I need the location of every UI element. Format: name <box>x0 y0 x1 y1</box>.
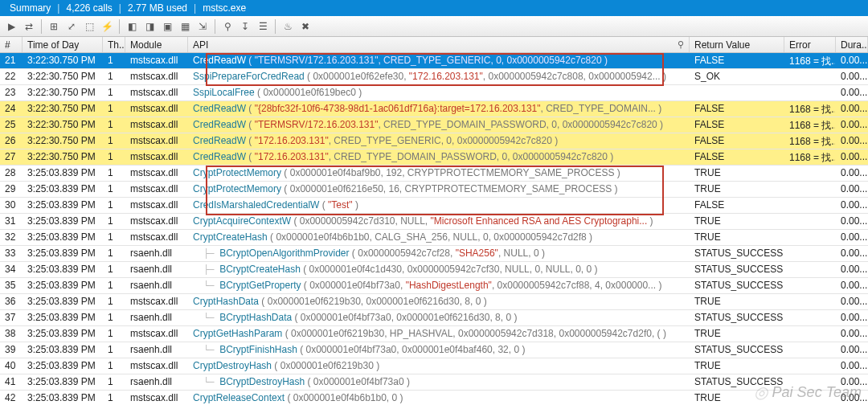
cell-time: 3:25:03.839 PM <box>23 182 103 197</box>
table-row[interactable]: 223:22:30.750 PM1mstscax.dllSspiPrepareF… <box>0 69 868 85</box>
cell-module: mstscax.dll <box>125 214 188 229</box>
table-row[interactable]: 413:25:03.839 PM1rsaenh.dll └─ BCryptDes… <box>0 374 868 391</box>
summary-label[interactable]: Summary <box>6 2 54 14</box>
table-row[interactable]: 383:25:03.839 PM1mstscax.dllCryptGetHash… <box>0 326 868 342</box>
table-row[interactable]: 403:25:03.839 PM1mstscax.dllCryptDestroy… <box>0 358 868 374</box>
cell-api: CryptProtectMemory ( 0x000001e0f4baf9b0,… <box>188 166 690 181</box>
table-row[interactable]: 293:25:03.839 PM1mstscax.dllCryptProtect… <box>0 182 868 198</box>
api-arg: 0x000001e0f4bf73a0 <box>301 312 391 323</box>
cell-return: STATUS_SUCCESS <box>690 374 784 390</box>
api-arg: "172.16.203.131" <box>409 71 483 82</box>
table-row[interactable]: 233:22:30.750 PM1mstscax.dllSspiLocalFre… <box>0 85 868 101</box>
cell-time: 3:25:03.839 PM <box>23 214 103 229</box>
toolbar-button[interactable]: ▣ <box>159 18 175 35</box>
cell-index: 36 <box>0 294 23 309</box>
cell-index: 42 <box>0 391 23 405</box>
col-module[interactable]: Module <box>125 37 188 52</box>
cell-error <box>784 310 836 325</box>
table-row[interactable]: 393:25:03.839 PM1rsaenh.dll └─ BCryptFin… <box>0 342 868 358</box>
table-row[interactable]: 333:25:03.839 PM1rsaenh.dll ├─ BCryptOpe… <box>0 246 868 262</box>
table-row[interactable]: 363:25:03.839 PM1mstscax.dllCryptHashDat… <box>0 294 868 310</box>
toolbar-button[interactable]: ▦ <box>177 18 193 35</box>
cell-thread: 1 <box>103 230 125 245</box>
table-row[interactable]: 303:25:03.839 PM1mstscax.dllCredIsMarsha… <box>0 198 868 214</box>
api-arg: 0x000001e0f6216d30 <box>396 312 489 323</box>
api-arg: 4 <box>595 280 600 291</box>
col-time[interactable]: Time of Day <box>23 37 103 52</box>
toolbar-button[interactable]: ♨ <box>280 18 296 35</box>
api-fn-name: BCryptOpenAlgorithmProvider <box>219 248 349 259</box>
toolbar-button[interactable]: ⤢ <box>63 18 80 35</box>
cell-thread: 1 <box>103 374 125 390</box>
table-row[interactable]: 343:25:03.839 PM1rsaenh.dll ├─ BCryptCre… <box>0 262 868 278</box>
toolbar-button[interactable]: ↧ <box>237 18 253 35</box>
toolbar-separator <box>119 19 120 34</box>
table-row[interactable]: 373:25:03.839 PM1rsaenh.dll └─ BCryptHas… <box>0 310 868 326</box>
col-api-label: API <box>193 39 208 51</box>
toolbar-button[interactable]: ⊞ <box>46 18 62 35</box>
toolbar-button[interactable]: ◧ <box>124 18 140 35</box>
api-arg: NULL <box>453 231 478 243</box>
cell-module: rsaenh.dll <box>125 278 188 293</box>
toolbar-button[interactable]: ⇲ <box>194 18 211 35</box>
api-arg: 0x000001e0f6216d30 <box>366 296 460 307</box>
col-thread[interactable]: Th... <box>103 37 125 52</box>
toolbar-button[interactable]: ▶ <box>3 18 19 35</box>
table-row[interactable]: 353:25:03.839 PM1rsaenh.dll └─ BCryptGet… <box>0 278 868 294</box>
toolbar-button[interactable]: ⚲ <box>219 18 235 35</box>
toolbar-button[interactable]: ⬚ <box>81 18 97 35</box>
api-fn-name: BCryptDestroyHash <box>219 376 305 387</box>
api-arg: 0 <box>575 264 581 275</box>
cell-module: mstscax.dll <box>125 117 188 133</box>
col-duration[interactable]: Dura... <box>836 37 868 52</box>
cell-module: mstscax.dll <box>125 230 188 245</box>
cell-thread: 1 <box>103 53 125 68</box>
table-row[interactable]: 213:22:30.750 PM1mstscax.dllCredReadW ( … <box>0 53 868 69</box>
api-fn-name: CredReadW <box>193 55 246 66</box>
cell-index: 24 <box>0 101 23 117</box>
col-index[interactable]: # <box>0 37 23 52</box>
table-row[interactable]: 323:25:03.839 PM1mstscax.dllCryptCreateH… <box>0 230 868 246</box>
api-arg: 8 <box>465 296 470 307</box>
cell-thread: 1 <box>103 342 125 358</box>
table-row[interactable]: 423:25:03.839 PM1mstscax.dllCryptRelease… <box>0 391 868 405</box>
table-row[interactable]: 243:22:30.750 PM1mstscax.dllCredReadW ( … <box>0 101 868 117</box>
cell-thread: 1 <box>103 133 125 149</box>
api-fn-name: CredReadW <box>193 135 246 146</box>
api-arg: 0x000001e0f4bf73a0 <box>309 280 400 291</box>
api-arg: "TERMSRV/172.16.203.131" <box>255 55 379 66</box>
table-row[interactable]: 273:22:30.750 PM1mstscax.dllCredReadW ( … <box>0 149 868 166</box>
col-api[interactable]: API ⚲ <box>188 37 690 52</box>
cell-thread: 1 <box>103 391 125 405</box>
api-arg: 0x000001e0f4b6b1b0 <box>293 392 387 403</box>
toolbar-button[interactable]: ⇄ <box>21 18 37 35</box>
toolbar-button[interactable]: ⚡ <box>99 18 115 35</box>
api-fn-name: BCryptHashData <box>219 312 292 323</box>
cell-index: 21 <box>0 53 23 68</box>
toolbar-button[interactable]: ☰ <box>255 18 271 35</box>
infobar-sep: | <box>54 2 63 14</box>
api-arg: 192 <box>386 167 402 178</box>
toolbar-button[interactable]: ◨ <box>141 18 158 35</box>
cell-module: mstscax.dll <box>125 358 188 374</box>
cell-return: TRUE <box>690 166 784 181</box>
api-fn-name: CryptReleaseContext <box>193 392 285 403</box>
cell-duration: 0.00... <box>836 342 868 358</box>
api-arg: 0 <box>483 231 489 243</box>
api-fn-name: SspiPrepareForCredRead <box>193 71 305 82</box>
table-row[interactable]: 283:25:03.839 PM1mstscax.dllCryptProtect… <box>0 166 868 182</box>
api-fn-name: BCryptGetProperty <box>219 280 301 291</box>
cell-duration: 0.00... <box>836 85 868 100</box>
toolbar: ▶⇄⊞⤢⬚⚡◧◨▣▦⇲⚲↧☰♨✖ <box>0 16 868 37</box>
search-icon[interactable]: ⚲ <box>678 39 684 51</box>
col-error[interactable]: Error <box>784 37 836 52</box>
table-row[interactable]: 313:25:03.839 PM1mstscax.dllCryptAcquire… <box>0 214 868 230</box>
toolbar-button[interactable]: ✖ <box>297 18 313 35</box>
col-return[interactable]: Return Value <box>690 37 784 52</box>
cell-thread: 1 <box>103 198 125 213</box>
cell-index: 31 <box>0 214 23 229</box>
table-body: 213:22:30.750 PM1mstscax.dllCredReadW ( … <box>0 53 868 405</box>
tree-indent-icon: └─ <box>193 345 219 355</box>
table-row[interactable]: 253:22:30.750 PM1mstscax.dllCredReadW ( … <box>0 117 868 133</box>
table-row[interactable]: 263:22:30.750 PM1mstscax.dllCredReadW ( … <box>0 133 868 149</box>
